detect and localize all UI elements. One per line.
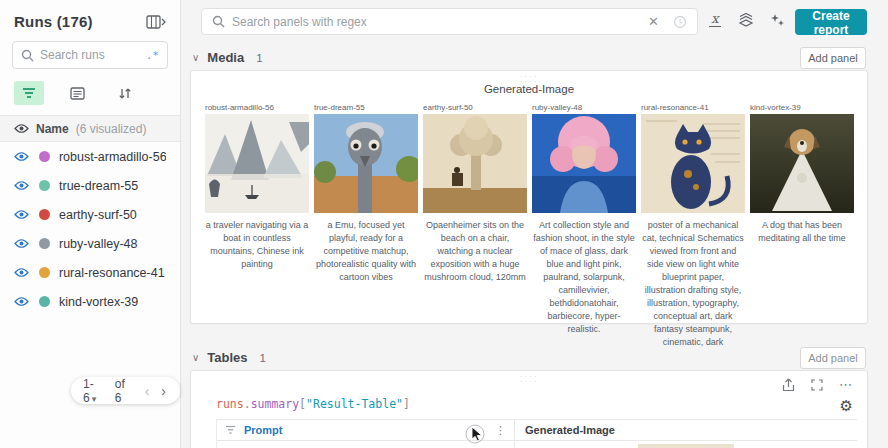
run-name-label: ruby-valley-48 [59, 237, 138, 251]
tables-section-collapse-icon[interactable]: ∨ [192, 352, 199, 363]
visibility-eye-icon[interactable] [14, 267, 29, 278]
caret-down-icon: ▾ [92, 394, 97, 404]
sparkles-icon[interactable] [768, 11, 786, 29]
run-name-label: true-dream-55 [59, 179, 138, 193]
runs-count-title: Runs (176) [14, 13, 93, 30]
run-color-dot [39, 151, 50, 162]
media-run-label: earthy-surf-50 [423, 103, 527, 114]
table-query-expression[interactable]: runs.summary["Result-Table"] [216, 397, 410, 411]
tables-section-count: 1 [260, 352, 266, 364]
tables-section-title: Tables [207, 350, 247, 365]
generated-image-thumbnail[interactable] [641, 114, 745, 213]
media-section-title: Media [207, 50, 244, 65]
generated-image-thumbnail[interactable] [750, 114, 854, 213]
media-run-label: rural-resonance-41 [641, 103, 745, 114]
column-header-prompt[interactable]: Prompt [244, 424, 487, 436]
fullscreen-icon[interactable] [811, 379, 823, 391]
panel-drag-handle[interactable]: ········ [520, 74, 539, 84]
next-page-button[interactable]: › [159, 383, 168, 399]
media-add-panel-button[interactable]: Add panel [800, 47, 866, 69]
group-runs-button[interactable] [62, 81, 92, 105]
result-table-header: Prompt ⋮ Generated-Image [217, 420, 857, 441]
run-color-dot [39, 296, 50, 307]
tables-panel: ········ ⋯ ⚙ runs.summary["Result-Table"… [190, 370, 868, 448]
create-report-button[interactable]: Create report [795, 9, 867, 35]
run-color-dot [39, 238, 50, 249]
panel-layers-icon[interactable] [737, 11, 755, 29]
generated-image-thumbnail[interactable] [314, 114, 418, 213]
visibility-eye-icon[interactable] [14, 209, 29, 220]
image-cell[interactable] [514, 441, 857, 448]
image-caption: a Emu, focused yet playful, ready for a … [314, 219, 418, 284]
eye-icon [14, 123, 29, 134]
prompt-cell[interactable]: a traveler navigating via a boat in coun… [217, 441, 514, 448]
run-row[interactable]: ruby-valley-48 [0, 229, 180, 258]
funnel-icon [22, 87, 36, 100]
regex-toggle[interactable]: .* [146, 49, 159, 62]
media-item: earthy-surf-50 Opaenheimer sits on [423, 103, 527, 349]
result-table: Prompt ⋮ Generated-Image a traveler navi… [216, 419, 857, 448]
run-row[interactable]: rural-resonance-41 [0, 258, 180, 287]
export-share-icon[interactable] [782, 378, 795, 392]
image-caption: a traveler navigating via a boat in coun… [205, 219, 309, 271]
image-caption: A dog that has been meditating all the t… [750, 219, 854, 245]
clear-search-icon[interactable]: ✕ [648, 14, 659, 29]
runs-search-box: .* [12, 41, 168, 69]
generated-image-thumbnail[interactable] [423, 114, 527, 213]
run-color-dot [39, 209, 50, 220]
panel-search-box: ✕ [201, 8, 698, 35]
history-clock-icon[interactable] [673, 15, 687, 29]
page-range-dropdown[interactable]: 1-6▾ [83, 377, 107, 405]
expand-table-icon[interactable] [146, 15, 166, 29]
visibility-eye-icon[interactable] [14, 151, 29, 162]
column-menu-icon[interactable]: ⋮ [495, 424, 510, 437]
filter-runs-button[interactable] [14, 81, 44, 105]
visibility-eye-icon[interactable] [14, 180, 29, 191]
run-name-label: robust-armadillo-56 [59, 150, 166, 164]
media-item: ruby-valley-48 Art collection style and … [532, 103, 636, 349]
media-run-label: robust-armadillo-56 [205, 103, 309, 114]
run-name-label: rural-resonance-41 [59, 266, 165, 280]
media-item: robust-armadillo-56 a traveler navi [205, 103, 309, 349]
sort-arrows-icon [118, 87, 132, 100]
latex-export-icon[interactable]: x [706, 11, 724, 29]
generated-image-thumbnail[interactable] [532, 114, 636, 213]
tables-add-panel-button[interactable]: Add panel [800, 347, 866, 369]
run-name-label: earthy-surf-50 [59, 208, 137, 222]
table-row[interactable]: a traveler navigating via a boat in coun… [217, 441, 857, 448]
runs-sidebar: Runs (176) .* [0, 0, 181, 448]
visibility-eye-icon[interactable] [14, 296, 29, 307]
run-row[interactable]: earthy-surf-50 [0, 200, 180, 229]
panel-drag-handle[interactable]: ········ [520, 374, 539, 384]
runs-group-header: Name (6 visualized) [0, 115, 180, 142]
run-row[interactable]: kind-vortex-39 [0, 287, 180, 316]
search-icon [212, 15, 225, 28]
media-item: rural-resonance-41 [641, 103, 745, 349]
result-image-thumbnail[interactable] [638, 444, 734, 448]
prev-page-button[interactable]: ‹ [143, 383, 152, 399]
runs-search-input[interactable] [40, 48, 146, 62]
media-section-collapse-icon[interactable]: ∨ [192, 52, 199, 63]
run-row[interactable]: robust-armadillo-56 [0, 142, 180, 171]
visibility-eye-icon[interactable] [14, 238, 29, 249]
generated-image-thumbnail[interactable] [205, 114, 309, 213]
media-panel: ········ Generated-Image robust-armadill… [190, 70, 868, 324]
image-caption: Art collection style and fashion shoot, … [532, 219, 636, 336]
media-run-label: true-dream-55 [314, 103, 418, 114]
visualized-count-label: (6 visualized) [76, 122, 147, 136]
media-section-count: 1 [256, 52, 262, 64]
panel-search-input[interactable] [232, 15, 648, 29]
run-name-label: kind-vortex-39 [59, 295, 138, 309]
group-name-label: Name [36, 122, 69, 136]
page-total-label: of 6 [115, 377, 135, 405]
media-run-label: kind-vortex-39 [750, 103, 854, 114]
more-options-icon[interactable]: ⋯ [839, 377, 853, 392]
image-caption: Opaenheimer sits on the beach on a chair… [423, 219, 527, 284]
sort-runs-button[interactable] [110, 81, 140, 105]
runs-pagination: 1-6▾ of 6 ‹ › [71, 377, 180, 404]
column-header-generated-image[interactable]: Generated-Image [525, 424, 615, 436]
run-row[interactable]: true-dream-55 [0, 171, 180, 200]
table-settings-gear-icon[interactable]: ⚙ [840, 397, 853, 415]
wandb-workspace: Runs (176) .* [0, 0, 888, 448]
column-filter-icon[interactable] [225, 425, 236, 435]
